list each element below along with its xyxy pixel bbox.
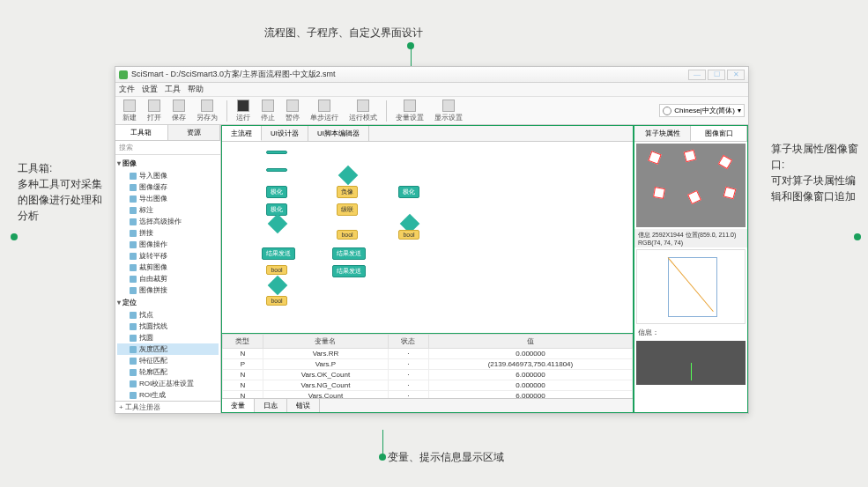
cell-value: (2139.646973,750.411804) bbox=[428, 359, 632, 370]
tree-item[interactable]: 导出图像 bbox=[117, 193, 219, 204]
tool-new[interactable]: 新建 bbox=[119, 100, 140, 122]
tree-category[interactable]: 定位 bbox=[117, 296, 219, 309]
tab-toolbox[interactable]: 工具箱 bbox=[115, 125, 168, 140]
flow-node[interactable]: bool bbox=[266, 296, 287, 306]
cell-type: N bbox=[223, 370, 263, 380]
tree-item-label: 导入图像 bbox=[139, 171, 167, 181]
tool-saveas[interactable]: 另存为 bbox=[193, 100, 221, 122]
close-button[interactable]: ✕ bbox=[727, 70, 745, 80]
tab-image-window[interactable]: 图像窗口 bbox=[691, 126, 747, 141]
menu-help[interactable]: 帮助 bbox=[188, 84, 204, 95]
flow-node[interactable]: bool bbox=[398, 230, 419, 240]
tool-open[interactable]: 打开 bbox=[144, 100, 165, 122]
col-type[interactable]: 类型 bbox=[223, 335, 263, 349]
image-view-1[interactable] bbox=[636, 144, 746, 227]
menu-settings[interactable]: 设置 bbox=[142, 84, 158, 95]
chevron-down-icon: ▾ bbox=[738, 107, 741, 114]
tab-variables[interactable]: 变量 bbox=[222, 399, 255, 412]
col-name[interactable]: 变量名 bbox=[263, 335, 388, 349]
tree-item[interactable]: ROI生成 bbox=[117, 389, 219, 401]
tree-item[interactable]: 找圆找线 bbox=[117, 321, 219, 332]
flow-node[interactable]: 极化 bbox=[398, 186, 419, 198]
flow-node[interactable]: 级联 bbox=[337, 203, 358, 216]
tool-icon bbox=[130, 253, 137, 260]
tab-uidesigner[interactable]: UI设计器 bbox=[262, 126, 308, 141]
col-value[interactable]: 值 bbox=[428, 335, 632, 349]
flow-node[interactable]: 负像 bbox=[337, 186, 358, 198]
table-row[interactable]: NVars.NG_Count·0.000000 bbox=[223, 380, 633, 391]
flowchart-canvas[interactable]: 极化 负像 极化 级联 极化 bool bool 结果发送 结果发送 结果发送 … bbox=[222, 142, 633, 333]
menu-file[interactable]: 文件 bbox=[119, 84, 135, 95]
language-selector[interactable]: Chinese|中文(简体) ▾ bbox=[659, 104, 745, 117]
image-view-3[interactable] bbox=[636, 341, 746, 385]
tree-item[interactable]: 自由裁剪 bbox=[117, 273, 219, 284]
tab-log[interactable]: 日志 bbox=[255, 399, 287, 412]
cell-type: N bbox=[223, 391, 263, 399]
cell-status: · bbox=[388, 349, 428, 359]
tool-run[interactable]: 运行 bbox=[233, 100, 254, 122]
tab-uiscript[interactable]: UI脚本编辑器 bbox=[308, 126, 369, 141]
tree-item[interactable]: 选择高级操作 bbox=[117, 216, 219, 227]
tool-pause[interactable]: 暂停 bbox=[282, 100, 303, 122]
tool-icon bbox=[130, 218, 137, 225]
tree-item[interactable]: 旋转平移 bbox=[117, 250, 219, 262]
tree-item[interactable]: 图像拼接 bbox=[117, 284, 219, 296]
flow-node[interactable]: 极化 bbox=[266, 186, 287, 198]
tool-register[interactable]: + 工具注册器 bbox=[115, 401, 220, 413]
menu-tools[interactable]: 工具 bbox=[165, 84, 181, 95]
tree-item-label: ROI校正基准设置 bbox=[139, 379, 194, 388]
tab-block-props[interactable]: 算子块属性 bbox=[634, 126, 691, 141]
tree-item[interactable]: 导入图像 bbox=[117, 170, 219, 181]
table-row[interactable]: NVars.OK_Count·6.000000 bbox=[223, 370, 633, 380]
tool-icon bbox=[130, 380, 137, 387]
tool-save[interactable]: 保存 bbox=[168, 100, 189, 122]
tree-item[interactable]: 找圆 bbox=[117, 332, 219, 343]
tree-item[interactable]: 图像操作 bbox=[117, 239, 219, 250]
tree-item[interactable]: 图像缓存 bbox=[117, 181, 219, 193]
flow-node[interactable] bbox=[266, 151, 287, 154]
stop-icon bbox=[262, 100, 274, 112]
minimize-button[interactable]: — bbox=[688, 70, 706, 80]
tree-item-label: 裁剪图像 bbox=[139, 262, 167, 272]
tool-step[interactable]: 单步运行 bbox=[307, 100, 342, 122]
tree-item[interactable]: 裁剪图像 bbox=[117, 262, 219, 273]
flow-node[interactable]: 结果发送 bbox=[332, 247, 366, 260]
maximize-button[interactable]: ☐ bbox=[708, 70, 725, 80]
tree-item[interactable]: 拼接 bbox=[117, 227, 219, 239]
flow-diamond[interactable] bbox=[338, 166, 359, 186]
tree-category[interactable]: 图像 bbox=[117, 157, 219, 170]
tool-icon bbox=[130, 346, 137, 353]
flow-node[interactable]: bool bbox=[266, 265, 287, 275]
tree-item[interactable]: ROI校正基准设置 bbox=[117, 378, 219, 389]
tool-stop[interactable]: 停止 bbox=[257, 100, 278, 122]
toolbox-search[interactable]: 搜索 bbox=[115, 141, 220, 155]
table-row[interactable]: PVars.P·(2139.646973,750.411804) bbox=[223, 359, 633, 370]
step-icon bbox=[318, 100, 330, 112]
image-view-2[interactable] bbox=[636, 249, 746, 324]
flow-diamond[interactable] bbox=[268, 214, 288, 234]
flow-node[interactable]: bool bbox=[337, 230, 358, 240]
tab-errors[interactable]: 错误 bbox=[287, 399, 320, 412]
tab-resources[interactable]: 资源 bbox=[168, 125, 221, 140]
app-window: SciSmart - D:/SciSmart3.0方案/主界面流程图-中文版2.… bbox=[115, 66, 749, 414]
tree-item[interactable]: 特征匹配 bbox=[117, 355, 219, 366]
flow-node[interactable] bbox=[266, 168, 287, 172]
flow-node[interactable]: 结果发送 bbox=[262, 247, 295, 260]
vars-icon bbox=[404, 100, 416, 112]
tree-item[interactable]: 标注 bbox=[117, 204, 219, 216]
menubar: 文件 设置 工具 帮助 bbox=[115, 83, 748, 97]
tab-mainflow[interactable]: 主流程 bbox=[222, 126, 262, 141]
flow-node[interactable]: 结果发送 bbox=[332, 265, 366, 277]
tool-vars[interactable]: 变量设置 bbox=[392, 100, 427, 122]
tool-runmode[interactable]: 运行模式 bbox=[345, 100, 381, 122]
tree-item[interactable]: 灰度匹配 bbox=[117, 343, 219, 355]
table-row[interactable]: NVars.RR·0.000000 bbox=[223, 349, 633, 359]
tree-item-label: 自由裁剪 bbox=[139, 274, 167, 284]
tree-item[interactable]: 找点 bbox=[117, 309, 219, 321]
tree-item[interactable]: 轮廓匹配 bbox=[117, 366, 219, 378]
tool-display[interactable]: 显示设置 bbox=[431, 100, 466, 122]
flow-diamond[interactable] bbox=[268, 276, 288, 296]
cell-status: · bbox=[388, 370, 428, 380]
col-status[interactable]: 状态 bbox=[388, 335, 428, 349]
table-row[interactable]: NVars.Count·6.000000 bbox=[223, 391, 633, 399]
